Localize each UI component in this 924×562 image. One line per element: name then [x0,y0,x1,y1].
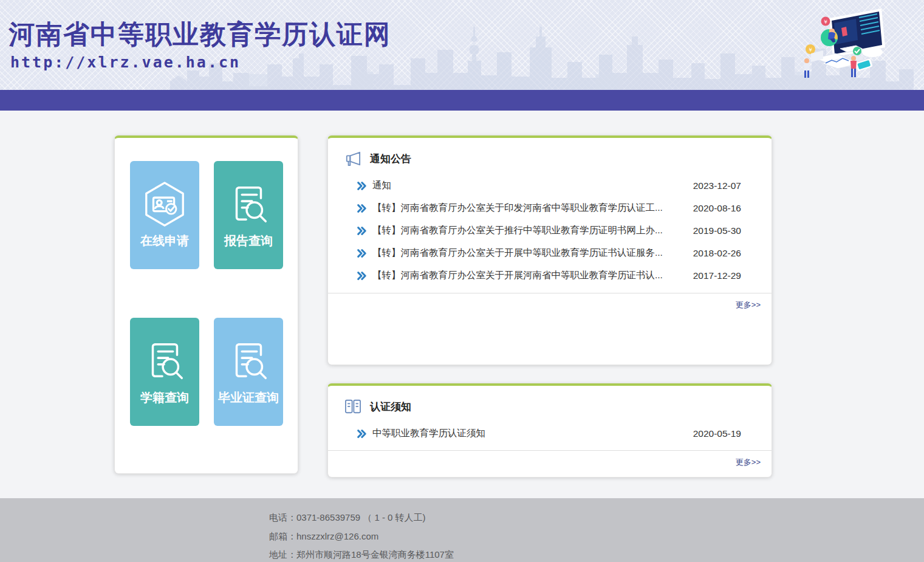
report-query-button[interactable]: 报告查询 [214,161,283,269]
footer-value: 0371-86539759 （ 1 - 0 转人工) [296,512,426,523]
id-card-hexagon-icon [141,180,188,228]
svg-text:￥: ￥ [823,19,829,25]
double-chevron-icon [357,248,366,258]
notices-title: 通知公告 [370,152,411,166]
notes-more-bar: 更多>> [328,450,772,468]
open-book-icon [344,399,362,414]
svg-text:￥: ￥ [808,47,813,53]
notices-more-bar: 更多>> [328,293,772,310]
note-date: 2020-05-19 [693,428,741,439]
footer-contact-line: 邮箱：hnszzxlrz@126.com [269,527,924,546]
notices-list: 通知 2023-12-07 【转】河南省教育厅办公室关于印发河南省中等职业教育学… [328,174,772,287]
person-left-graphic [804,58,810,78]
footer-label: 电话： [269,512,296,523]
notice-title[interactable]: 【转】河南省教育厅办公室关于开展中等职业教育学历证书认证服务... [372,247,683,259]
notices-more-link[interactable]: 更多>> [736,300,761,309]
notes-more-link[interactable]: 更多>> [736,457,761,467]
notice-title[interactable]: 【转】河南省教育厅办公室关于印发河南省中等职业教育学历认证工... [372,202,683,214]
coin-icon: ￥ [806,44,815,54]
doc-search-icon [225,337,272,385]
double-chevron-icon [357,181,366,191]
action-label: 学籍查询 [140,389,189,406]
student-status-query-button[interactable]: 学籍查询 [130,318,199,426]
notice-item[interactable]: 【转】河南省教育厅办公室关于印发河南省中等职业教育学历认证工... 2020-0… [328,197,772,219]
check-icon [853,47,861,55]
site-title: 河南省中等职业教育学历认证网 [9,17,391,52]
notice-item[interactable]: 【转】河南省教育厅办公室关于推行中等职业教育学历证明书网上办... 2019-0… [328,219,772,242]
notice-title[interactable]: 通知 [372,179,683,192]
notice-item[interactable]: 通知 2023-12-07 [328,174,772,197]
notices-header: 通知公告 [328,138,772,166]
site-header: 河南省中等职业教育学历认证网 http://xlrz.vae.ha.cn [0,0,924,90]
double-chevron-icon [357,204,366,213]
notice-item[interactable]: 【转】河南省教育厅办公室关于开展河南省中等职业教育学历证书认... 2017-1… [328,264,772,287]
main-content: 在线申请 报告查询 [0,111,924,498]
main-nav-bar [0,90,924,111]
notice-date: 2023-12-07 [693,180,741,191]
quick-actions-card: 在线申请 报告查询 [114,135,298,474]
notes-card: 认证须知 中等职业教育学历认证须知 2020-05-19 更多>> [327,383,772,478]
notice-date: 2018-02-26 [693,248,741,259]
notice-title[interactable]: 【转】河南省教育厅办公室关于推行中等职业教育学历证明书网上办... [372,224,683,237]
note-title[interactable]: 中等职业教育学历认证须知 [372,427,683,440]
diploma-query-button[interactable]: 毕业证查询 [214,318,283,426]
doc-search-icon [141,337,188,385]
hero-illustration: ￥ ￥ [798,2,889,84]
doc-search-icon [225,180,272,228]
double-chevron-icon [357,429,366,439]
notice-date: 2020-08-16 [693,203,741,214]
footer-value: hnszzxlrz@126.com [296,531,378,541]
action-label: 在线申请 [140,233,189,249]
notice-date: 2019-05-30 [693,225,741,236]
footer-label: 地址： [269,549,296,560]
footer-contact-line: 电话：0371-86539759 （ 1 - 0 转人工) [269,509,924,527]
double-chevron-icon [357,226,366,236]
site-url: http://xlrz.vae.ha.cn [10,53,241,71]
notice-item[interactable]: 【转】河南省教育厅办公室关于开展中等职业教育学历证书认证服务... 2018-0… [328,242,772,264]
notice-title[interactable]: 【转】河南省教育厅办公室关于开展河南省中等职业教育学历证书认... [372,269,683,282]
notes-header: 认证须知 [328,386,772,414]
notes-title: 认证须知 [370,400,411,414]
action-label: 毕业证查询 [218,389,279,406]
online-apply-button[interactable]: 在线申请 [130,161,199,269]
person-right-graphic [850,56,857,77]
megaphone-icon [344,151,362,166]
notice-date: 2017-12-29 [693,270,741,281]
note-item[interactable]: 中等职业教育学历认证须知 2020-05-19 [328,422,772,445]
footer-value: 郑州市顺河路18号金银湾商务楼1107室 [296,549,454,560]
action-label: 报告查询 [224,233,273,249]
badge-icon: ￥ [821,17,830,26]
notes-list: 中等职业教育学历认证须知 2020-05-19 [328,422,772,445]
footer-contact-line: 地址：郑州市顺河路18号金银湾商务楼1107室 [269,546,924,562]
notices-card: 通知公告 通知 2023-12-07 [327,135,772,365]
footer-label: 邮箱： [269,531,296,541]
site-footer: 电话：0371-86539759 （ 1 - 0 转人工)邮箱：hnszzxlr… [0,498,924,562]
double-chevron-icon [357,271,366,281]
